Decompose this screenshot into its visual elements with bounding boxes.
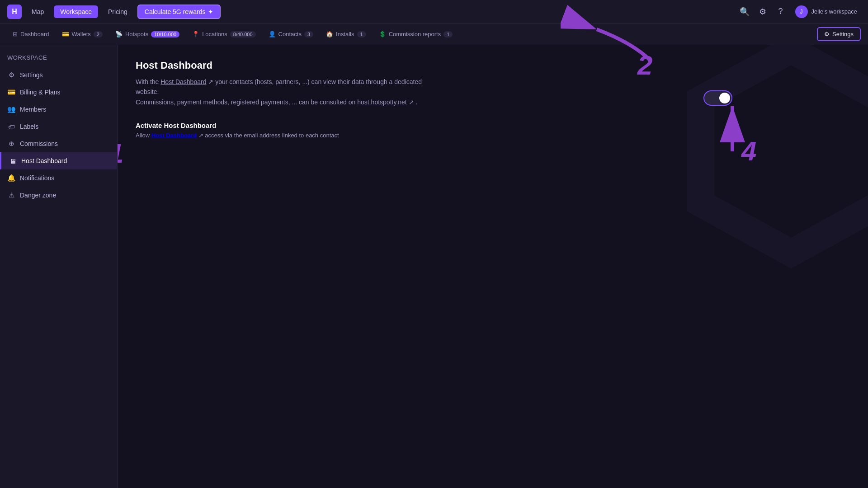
contacts-icon: 👤 bbox=[269, 31, 276, 38]
sidebar-members-label: Members bbox=[20, 106, 46, 113]
subnav-dashboard-label: Dashboard bbox=[20, 31, 49, 38]
svg-marker-0 bbox=[701, 50, 868, 253]
toggle-thumb bbox=[719, 93, 730, 103]
locations-icon: 📍 bbox=[192, 31, 199, 38]
hotspots-icon: 📡 bbox=[115, 31, 123, 38]
nav-pricing[interactable]: Pricing bbox=[102, 5, 134, 18]
sidebar-billing-label: Billing & Plans bbox=[20, 89, 61, 96]
sidebar-commissions-label: Commissions bbox=[20, 140, 58, 147]
external-link-icon-1: ↗ bbox=[208, 78, 213, 85]
subnav-locations-label: Locations bbox=[202, 31, 227, 38]
help-button[interactable]: ? bbox=[774, 5, 788, 19]
contacts-badge: 3 bbox=[304, 31, 313, 38]
subnav-commission-reports[interactable]: 💲 Commission reports 1 bbox=[373, 28, 458, 40]
activate-text-1: Allow bbox=[136, 132, 150, 139]
desc-text-4: . bbox=[416, 99, 418, 106]
calculate-5g-button[interactable]: Calculate 5G rewards ✦ bbox=[137, 5, 221, 19]
nav-map[interactable]: Map bbox=[25, 5, 50, 18]
members-icon: 👥 bbox=[7, 105, 15, 113]
installs-badge: 1 bbox=[357, 31, 366, 38]
sidebar-host-dashboard-label: Host Dashboard bbox=[21, 157, 67, 164]
desc-text-1: With the bbox=[136, 78, 159, 85]
sidebar-item-commissions[interactable]: ⊕ Commissions bbox=[0, 135, 117, 152]
subnav-contacts-label: Contacts bbox=[278, 31, 302, 38]
wallet-icon: 💳 bbox=[62, 31, 69, 38]
sidebar-item-settings[interactable]: ⚙ Settings bbox=[0, 66, 117, 84]
subnav-hotspots[interactable]: 📡 Hotspots 10/10.000 bbox=[110, 28, 185, 40]
sidebar: Workspace ⚙ Settings 💳 Billing & Plans 👥… bbox=[0, 45, 118, 488]
user-name: Jelle's workspace bbox=[811, 8, 857, 15]
sub-navigation: ⊞ Dashboard 💳 Wallets 2 📡 Hotspots 10/10… bbox=[0, 23, 868, 45]
locations-badge: 8/40.000 bbox=[230, 31, 256, 38]
commission-badge: 1 bbox=[443, 31, 453, 38]
annotation-arrow-3: 3 bbox=[118, 131, 127, 176]
hotspots-badge: 10/10.000 bbox=[151, 31, 179, 38]
monitor-icon: 🖥 bbox=[9, 157, 17, 165]
subnav-commission-label: Commission reports bbox=[389, 31, 441, 38]
sidebar-item-host-dashboard[interactable]: 🖥 Host Dashboard bbox=[0, 152, 117, 169]
sidebar-item-danger-zone[interactable]: ⚠ Danger zone bbox=[0, 187, 117, 204]
subnav-wallets-label: Wallets bbox=[72, 31, 91, 38]
billing-icon: 💳 bbox=[7, 88, 15, 96]
sidebar-notifications-label: Notifications bbox=[20, 174, 54, 182]
host-dashboard-link-2[interactable]: Host Dashboard bbox=[151, 132, 197, 139]
activate-text-2: access via the email address linked to e… bbox=[205, 132, 339, 139]
dashboard-icon: ⊞ bbox=[13, 31, 18, 38]
gear-icon: ⚙ bbox=[7, 71, 15, 79]
search-button[interactable]: 🔍 bbox=[737, 5, 752, 19]
settings-btn-label: Settings bbox=[832, 31, 854, 38]
sidebar-header: Workspace bbox=[0, 51, 117, 66]
hotspotty-link[interactable]: host.hotspotty.net bbox=[357, 99, 406, 106]
svg-text:1: 1 bbox=[118, 138, 123, 169]
sidebar-item-labels[interactable]: 🏷 Labels bbox=[0, 118, 117, 135]
sidebar-labels-label: Labels bbox=[20, 123, 38, 130]
subnav-hotspots-label: Hotspots bbox=[125, 31, 148, 38]
commissions-icon: ⊕ bbox=[7, 140, 15, 148]
subnav-wallets[interactable]: 💳 Wallets 2 bbox=[57, 28, 108, 40]
subnav-installs-label: Installs bbox=[336, 31, 354, 38]
external-link-icon-3: ↗ bbox=[198, 132, 203, 139]
settings-btn-icon: ⚙ bbox=[824, 31, 830, 38]
calculate-label: Calculate 5G rewards bbox=[145, 8, 206, 15]
sidebar-item-billing[interactable]: 💳 Billing & Plans bbox=[0, 84, 117, 101]
toggle-container bbox=[703, 90, 732, 106]
hex-decoration bbox=[678, 45, 868, 307]
page-description: With the Host Dashboard ↗ your contacts … bbox=[136, 77, 443, 107]
installs-icon: 🏠 bbox=[326, 31, 333, 38]
activate-toggle[interactable] bbox=[703, 90, 732, 106]
top-navigation: H Map Workspace Pricing Calculate 5G rew… bbox=[0, 0, 868, 23]
user-menu[interactable]: J Jelle's workspace bbox=[792, 4, 861, 20]
desc-text-3: Commissions, payment methods, registered… bbox=[136, 99, 355, 106]
main-panel: Host Dashboard With the Host Dashboard ↗… bbox=[118, 45, 868, 488]
sidebar-item-notifications[interactable]: 🔔 Notifications bbox=[0, 169, 117, 187]
subnav-locations[interactable]: 📍 Locations 8/40.000 bbox=[187, 28, 261, 40]
sidebar-danger-label: Danger zone bbox=[20, 192, 56, 199]
external-link-icon-2: ↗ bbox=[409, 99, 414, 106]
settings-icon-button[interactable]: ⚙ bbox=[755, 5, 770, 19]
wallets-badge: 2 bbox=[94, 31, 103, 38]
settings-button[interactable]: ⚙ Settings bbox=[817, 27, 861, 41]
labels-icon: 🏷 bbox=[7, 122, 15, 131]
avatar: J bbox=[795, 5, 808, 18]
subnav-contacts[interactable]: 👤 Contacts 3 bbox=[263, 28, 319, 40]
triangle-warning-icon: ⚠ bbox=[7, 191, 15, 199]
logo-button[interactable]: H bbox=[7, 5, 22, 19]
sidebar-settings-label: Settings bbox=[20, 71, 43, 79]
nav-workspace[interactable]: Workspace bbox=[54, 5, 98, 18]
host-dashboard-link-1[interactable]: Host Dashboard bbox=[160, 78, 206, 85]
subnav-installs[interactable]: 🏠 Installs 1 bbox=[321, 28, 372, 40]
sidebar-item-members[interactable]: 👥 Members bbox=[0, 101, 117, 118]
commission-icon: 💲 bbox=[379, 31, 386, 38]
subnav-dashboard[interactable]: ⊞ Dashboard bbox=[7, 28, 55, 40]
bell-icon: 🔔 bbox=[7, 174, 15, 182]
sparkle-icon: ✦ bbox=[208, 8, 213, 15]
main-content: Workspace ⚙ Settings 💳 Billing & Plans 👥… bbox=[0, 45, 868, 488]
